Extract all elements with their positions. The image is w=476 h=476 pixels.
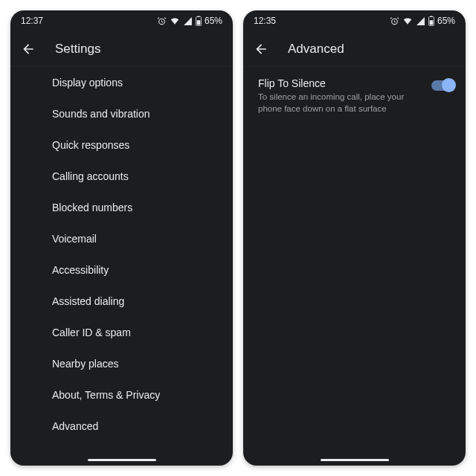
setting-flip-to-silence[interactable]: Flip To Silence To silence an incoming c… [243,67,466,125]
back-button[interactable] [18,39,39,60]
status-bar: 12:35 65% [243,10,466,31]
status-time: 12:35 [254,16,276,26]
svg-rect-6 [430,16,432,17]
settings-item-sounds-vibration[interactable]: Sounds and vibration [10,98,233,129]
advanced-list: Flip To Silence To silence an incoming c… [243,67,466,466]
settings-item-calling-accounts[interactable]: Calling accounts [10,161,233,192]
wifi-icon [170,16,180,26]
phone-advanced: 12:35 65% Advanced Flip To Silence To si… [243,10,466,466]
setting-text: Flip To Silence To silence an incoming c… [258,77,424,115]
settings-item-accessibility[interactable]: Accessibility [10,254,233,286]
setting-subtitle: To silence an incoming call, place your … [258,91,424,115]
gesture-nav-bar[interactable] [88,459,156,461]
setting-title: Flip To Silence [258,77,424,89]
status-battery: 65% [205,16,222,26]
settings-item-display-options[interactable]: Display options [10,67,233,98]
page-title: Advanced [288,42,344,57]
flip-to-silence-toggle[interactable] [431,80,454,91]
settings-item-assisted-dialing[interactable]: Assisted dialing [10,286,233,317]
status-right: 65% [390,16,455,26]
settings-list: Display options Sounds and vibration Qui… [10,67,233,466]
status-time: 12:37 [21,16,43,26]
svg-rect-2 [197,16,199,17]
arrow-back-icon [254,42,268,57]
svg-rect-7 [430,20,434,25]
settings-item-advanced[interactable]: Advanced [10,411,233,442]
battery-icon [196,16,202,26]
page-title: Settings [55,42,100,57]
svg-rect-3 [197,20,201,25]
arrow-back-icon [21,42,36,57]
settings-item-about-terms-privacy[interactable]: About, Terms & Privacy [10,379,233,411]
battery-icon [428,16,434,26]
wifi-icon [402,16,413,26]
status-right: 65% [157,16,222,26]
app-bar: Settings [10,31,233,67]
settings-item-blocked-numbers[interactable]: Blocked numbers [10,192,233,223]
settings-item-caller-id-spam[interactable]: Caller ID & spam [10,317,233,348]
signal-icon [183,16,193,26]
alarm-icon [157,16,167,26]
back-button[interactable] [251,39,271,60]
alarm-icon [390,16,399,26]
app-bar: Advanced [243,31,466,67]
status-battery: 65% [437,16,455,26]
signal-icon [416,16,425,26]
settings-item-voicemail[interactable]: Voicemail [10,223,233,254]
phone-settings: 12:37 65% Settings Display options Sound… [10,10,233,466]
status-bar: 12:37 65% [10,10,233,31]
settings-item-nearby-places[interactable]: Nearby places [10,348,233,379]
gesture-nav-bar[interactable] [321,459,389,461]
settings-item-quick-responses[interactable]: Quick responses [10,129,233,161]
